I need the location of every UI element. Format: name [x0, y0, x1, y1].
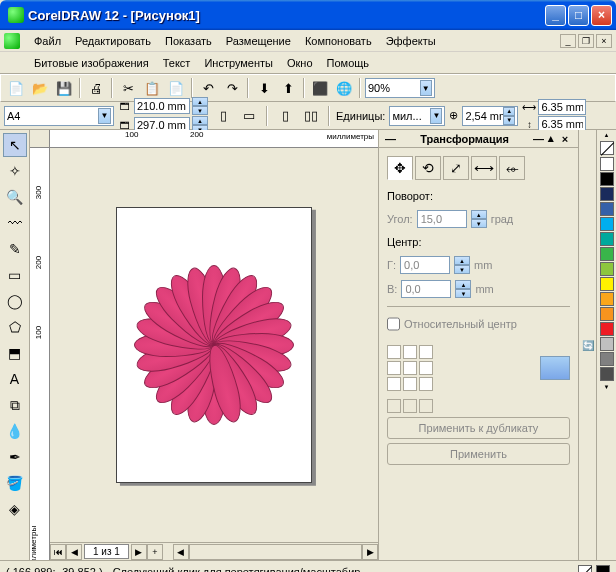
next-page-button[interactable]: ▶ — [131, 544, 147, 560]
units-combo[interactable]: ▼ — [389, 106, 445, 126]
close-button[interactable]: × — [591, 5, 612, 26]
spin-down[interactable]: ▼ — [192, 106, 208, 115]
menu-window[interactable]: Окно — [281, 55, 319, 71]
outline-indicator[interactable] — [596, 565, 610, 573]
color-swatch[interactable] — [600, 352, 614, 366]
menu-arrange[interactable]: Компоновать — [299, 33, 378, 49]
menu-file[interactable]: Файл — [28, 33, 67, 49]
first-page-button[interactable]: ⏮ — [50, 544, 66, 560]
relative-center-checkbox[interactable] — [387, 315, 400, 333]
canvas[interactable] — [50, 148, 378, 542]
interactive-blend-tool[interactable]: ⧉ — [3, 393, 27, 417]
menu-help[interactable]: Помощь — [321, 55, 376, 71]
shape-tool[interactable]: ✧ — [3, 159, 27, 183]
eyedropper-tool[interactable]: 💧 — [3, 419, 27, 443]
landscape-button[interactable]: ▭ — [238, 105, 260, 127]
center-h-input[interactable] — [400, 256, 450, 274]
hscrollbar-track[interactable] — [189, 544, 362, 560]
zoom-tool[interactable]: 🔍 — [3, 185, 27, 209]
center-v-input[interactable] — [401, 280, 451, 298]
skew-tab[interactable]: ⬰ — [499, 156, 525, 180]
export-button[interactable]: ⬆ — [277, 77, 299, 99]
color-swatch[interactable] — [600, 322, 614, 336]
pick-tool[interactable]: ↖ — [3, 133, 27, 157]
menu-text[interactable]: Текст — [157, 55, 197, 71]
horizontal-ruler[interactable]: 100 200 миллиметры — [50, 130, 378, 148]
cut-button[interactable]: ✂ — [117, 77, 139, 99]
import-button[interactable]: ⬇ — [253, 77, 275, 99]
units-input[interactable] — [392, 110, 430, 122]
menu-effects[interactable]: Эффекты — [380, 33, 442, 49]
color-swatch[interactable] — [600, 277, 614, 291]
menu-bitmaps[interactable]: Битовые изображения — [28, 55, 155, 71]
facing-pages-button[interactable]: ▯▯ — [300, 105, 322, 127]
spin-up[interactable]: ▲ — [192, 116, 208, 125]
spin-up[interactable]: ▲ — [455, 280, 471, 289]
paper-input[interactable] — [7, 110, 98, 122]
mdi-close-button[interactable]: × — [596, 34, 612, 48]
ruler-origin[interactable] — [30, 130, 50, 148]
page-indicator[interactable]: 1 из 1 — [84, 544, 129, 559]
fill-indicator[interactable] — [578, 565, 592, 573]
position-tab[interactable]: ✥ — [387, 156, 413, 180]
app-launcher-button[interactable]: ⬛ — [309, 77, 331, 99]
rotate-tab[interactable]: ⟲ — [415, 156, 441, 180]
anchor-grid[interactable] — [387, 345, 433, 391]
spin-up[interactable]: ▲ — [192, 97, 208, 106]
corel-online-button[interactable]: 🌐 — [333, 77, 355, 99]
flower-drawing[interactable] — [134, 265, 294, 425]
spin-down[interactable]: ▼ — [455, 289, 471, 298]
smart-draw-tool[interactable]: ✎ — [3, 237, 27, 261]
add-page-button[interactable]: + — [147, 544, 163, 560]
pages-button[interactable]: ▯ — [274, 105, 296, 127]
mdi-restore-button[interactable]: ❐ — [578, 34, 594, 48]
spin-up[interactable]: ▲ — [454, 256, 470, 265]
outline-tool[interactable]: ✒ — [3, 445, 27, 469]
redo-button[interactable]: ↷ — [221, 77, 243, 99]
print-button[interactable]: 🖨 — [85, 77, 107, 99]
docker-tab-transformation[interactable]: 🔄 — [578, 130, 596, 560]
prev-page-button[interactable]: ◀ — [66, 544, 82, 560]
nudge-combo[interactable]: ▲▼ — [462, 106, 518, 126]
color-swatch[interactable] — [600, 217, 614, 231]
nudge-input[interactable] — [465, 110, 503, 122]
paper-combo[interactable]: ▼ — [4, 106, 114, 126]
scroll-left-button[interactable]: ◀ — [173, 544, 189, 560]
menu-tools[interactable]: Инструменты — [198, 55, 279, 71]
rectangle-tool[interactable]: ▭ — [3, 263, 27, 287]
angle-input[interactable] — [417, 210, 467, 228]
scale-tab[interactable]: ⤢ — [443, 156, 469, 180]
zoom-input[interactable] — [368, 82, 420, 94]
color-swatch[interactable] — [600, 292, 614, 306]
no-color-swatch[interactable] — [600, 141, 614, 155]
vertical-ruler[interactable]: 300 200 100 миллиметры — [30, 148, 50, 560]
scroll-right-button[interactable]: ▶ — [362, 544, 378, 560]
apply-to-duplicate-button[interactable]: Применить к дубликату — [387, 417, 570, 439]
docker-collapse-button[interactable]: ▴ — [544, 132, 558, 146]
dup-x-input[interactable] — [538, 99, 586, 115]
undo-button[interactable]: ↶ — [197, 77, 219, 99]
polygon-tool[interactable]: ⬠ — [3, 315, 27, 339]
spin-down[interactable]: ▼ — [471, 219, 487, 228]
basic-shapes-tool[interactable]: ⬒ — [3, 341, 27, 365]
minimize-button[interactable]: _ — [545, 5, 566, 26]
maximize-button[interactable]: □ — [568, 5, 589, 26]
units-dropdown-icon[interactable]: ▼ — [430, 108, 442, 124]
spin-up[interactable]: ▲ — [471, 210, 487, 219]
zoom-dropdown-icon[interactable]: ▼ — [420, 80, 432, 96]
ellipse-tool[interactable]: ◯ — [3, 289, 27, 313]
palette-scroll-down[interactable]: ▼ — [604, 384, 610, 390]
mdi-minimize-button[interactable]: _ — [560, 34, 576, 48]
freehand-tool[interactable]: 〰 — [3, 211, 27, 235]
paste-button[interactable]: 📄 — [165, 77, 187, 99]
apply-button[interactable]: Применить — [387, 443, 570, 465]
open-button[interactable]: 📂 — [29, 77, 51, 99]
color-swatch[interactable] — [600, 337, 614, 351]
page-width-input[interactable] — [134, 98, 190, 114]
save-button[interactable]: 💾 — [53, 77, 75, 99]
color-swatch[interactable] — [600, 187, 614, 201]
color-swatch[interactable] — [600, 232, 614, 246]
fill-tool[interactable]: 🪣 — [3, 471, 27, 495]
color-swatch[interactable] — [600, 172, 614, 186]
menu-layout[interactable]: Размещение — [220, 33, 297, 49]
